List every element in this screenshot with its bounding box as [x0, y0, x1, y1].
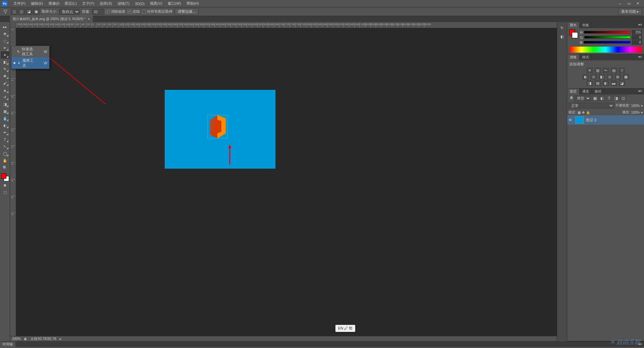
- pen-tool[interactable]: ✒: [1, 129, 9, 136]
- color-spectrum[interactable]: [569, 47, 642, 53]
- menu-help[interactable]: 帮助(H): [184, 0, 202, 7]
- maximize-button[interactable]: ▭: [625, 1, 633, 7]
- menu-select[interactable]: 选择(S): [97, 0, 115, 7]
- adj-levels-icon[interactable]: ▥: [595, 68, 601, 73]
- flyout-magic-wand[interactable]: ✦ 魔棒工具 W: [11, 57, 49, 69]
- layer-row[interactable]: 👁 图层 0: [567, 115, 644, 125]
- lock-pixels-icon[interactable]: ▦: [578, 111, 581, 114]
- r-slider[interactable]: [584, 31, 631, 34]
- intersect-selection-icon[interactable]: ▣: [33, 8, 40, 15]
- b-value[interactable]: 0: [632, 40, 642, 45]
- g-value[interactable]: 0: [632, 35, 642, 40]
- layer-name[interactable]: 图层 0: [586, 118, 596, 123]
- adj-threshold-icon[interactable]: ◐: [603, 80, 609, 86]
- panel-menu-icon[interactable]: ▾≡: [636, 22, 644, 28]
- opacity-value[interactable]: 100%: [631, 104, 640, 108]
- blend-mode-select[interactable]: 正常: [569, 103, 614, 109]
- magic-wand-tool[interactable]: ✦: [1, 52, 9, 58]
- foreground-color[interactable]: [1, 173, 6, 179]
- ime-indicator[interactable]: EN 🖊 简: [335, 325, 355, 332]
- tab-layers[interactable]: 图层: [567, 89, 580, 95]
- canvas-area[interactable]: 2802602402202001801601401201008060402002…: [10, 22, 557, 341]
- tab-adjustments[interactable]: 调整: [567, 54, 580, 60]
- path-tool[interactable]: ↖: [1, 143, 9, 150]
- screenmode-tool[interactable]: ▢: [1, 189, 9, 195]
- menu-filter[interactable]: 滤镜(T): [115, 0, 132, 7]
- panel-bg-color[interactable]: [572, 32, 578, 38]
- flyout-quick-select[interactable]: ✎ 快速选择工具 W: [11, 46, 49, 57]
- crop-tool[interactable]: ◧: [1, 59, 9, 65]
- contiguous-checkbox[interactable]: 连续: [127, 9, 140, 14]
- adj-gradient-icon[interactable]: ▬: [611, 80, 617, 86]
- g-slider[interactable]: [584, 36, 631, 39]
- layer-filter-select[interactable]: 类型: [574, 95, 591, 101]
- b-slider[interactable]: [584, 41, 631, 44]
- adj-hue-icon[interactable]: ◐: [583, 74, 589, 79]
- filter-shape-icon[interactable]: ◨: [613, 96, 619, 101]
- history-dock-icon[interactable]: ↻: [558, 24, 566, 32]
- dodge-tool[interactable]: ◐: [1, 122, 9, 129]
- lasso-tool[interactable]: ✒: [1, 45, 9, 51]
- adj-balance-icon[interactable]: ⚖: [591, 74, 597, 79]
- adj-lookup-icon[interactable]: ▦: [623, 74, 629, 79]
- minimize-button[interactable]: ─: [616, 1, 625, 7]
- tolerance-input[interactable]: [92, 9, 104, 15]
- tab-swatches[interactable]: 色板: [580, 22, 592, 28]
- blur-tool[interactable]: 💧: [1, 115, 9, 122]
- tool-preset-icon[interactable]: [2, 8, 9, 15]
- adj-invert-icon[interactable]: ◨: [587, 80, 593, 86]
- lock-position-icon[interactable]: ✥: [582, 111, 585, 114]
- tab-channels[interactable]: 通道: [580, 89, 592, 95]
- eraser-tool[interactable]: ◨: [1, 101, 9, 108]
- antialias-checkbox[interactable]: 消除锯齿: [106, 9, 125, 14]
- quickmask-tool[interactable]: ◙: [1, 182, 9, 188]
- menu-view[interactable]: 视图(V): [147, 0, 165, 7]
- adj-exposure-icon[interactable]: ▤: [611, 68, 617, 73]
- filter-smart-icon[interactable]: ◫: [620, 96, 626, 101]
- document-tab[interactable]: 图片素材03_副本.png @ 200% (图层 0, RGB/8) * ✕: [10, 16, 93, 22]
- zoom-level[interactable]: 200%: [12, 337, 21, 341]
- menu-3d[interactable]: 3D(D): [132, 0, 147, 7]
- adj-curves-icon[interactable]: 〜: [603, 68, 609, 73]
- close-tab-icon[interactable]: ✕: [88, 17, 90, 21]
- adj-bw-icon[interactable]: ◧: [599, 74, 605, 79]
- history-brush-tool[interactable]: ↺: [1, 94, 9, 101]
- r-value[interactable]: 255: [632, 30, 642, 35]
- healing-tool[interactable]: ✚: [1, 73, 9, 79]
- properties-dock-icon[interactable]: ◧: [558, 33, 566, 40]
- menu-window[interactable]: 窗口(W): [165, 0, 184, 7]
- shape-tool[interactable]: ◯: [1, 150, 9, 157]
- adj-mixer-icon[interactable]: ⊞: [615, 74, 621, 79]
- filter-adjust-icon[interactable]: ◐: [599, 96, 605, 101]
- sample-size-select[interactable]: 取样点: [59, 9, 80, 15]
- eyedropper-tool[interactable]: ✎: [1, 66, 9, 72]
- zoom-tool[interactable]: 🔍: [1, 164, 9, 171]
- adj-posterize-icon[interactable]: ▤: [595, 80, 601, 86]
- refine-edge-button[interactable]: 调整边缘...: [175, 8, 199, 15]
- color-swatches[interactable]: [1, 173, 9, 181]
- menu-file[interactable]: 文件(F): [11, 0, 28, 7]
- layer-thumbnail[interactable]: [575, 116, 584, 124]
- tab-styles[interactable]: 样式: [580, 54, 592, 60]
- hand-tool[interactable]: ✋: [1, 157, 9, 164]
- gradient-tool[interactable]: ▦: [1, 108, 9, 115]
- adj-selective-icon[interactable]: ◪: [619, 80, 625, 86]
- handle-icon[interactable]: ▸▸: [1, 23, 9, 30]
- move-tool[interactable]: ✥: [1, 31, 9, 37]
- menu-type[interactable]: 文字(Y): [79, 0, 97, 7]
- menu-layer[interactable]: 图层(L): [62, 0, 79, 7]
- panel-menu-icon[interactable]: ▾≡: [636, 54, 644, 60]
- close-button[interactable]: ✕: [633, 1, 642, 7]
- menu-edit[interactable]: 编辑(E): [28, 0, 46, 7]
- document-canvas[interactable]: [165, 90, 275, 169]
- tab-timeline[interactable]: 时间轴: [0, 342, 15, 347]
- new-selection-icon[interactable]: ◻: [11, 8, 17, 15]
- add-selection-icon[interactable]: ◫: [18, 8, 25, 15]
- filter-pixel-icon[interactable]: ▦: [592, 96, 598, 101]
- panel-menu-icon[interactable]: ▾≡: [636, 89, 644, 95]
- tab-color[interactable]: 颜色: [567, 22, 580, 28]
- type-tool[interactable]: T: [1, 136, 9, 143]
- stamp-tool[interactable]: ▲: [1, 87, 9, 94]
- adj-photo-icon[interactable]: ◎: [607, 74, 613, 79]
- tab-paths[interactable]: 路径: [592, 89, 604, 95]
